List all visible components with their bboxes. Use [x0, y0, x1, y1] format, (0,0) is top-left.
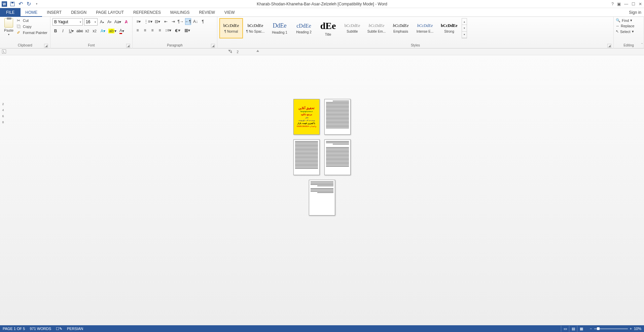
copy-button[interactable]: Copy: [17, 24, 47, 29]
page-count[interactable]: PAGE 1 OF 5: [3, 327, 25, 331]
tab-file[interactable]: FILE: [0, 8, 21, 17]
style-strong[interactable]: bCcDdEeStrong: [437, 18, 461, 38]
replace-button[interactable]: Replace: [616, 24, 642, 28]
tab-page-layout[interactable]: PAGE LAYOUT: [91, 8, 129, 17]
page-4[interactable]: [324, 139, 351, 175]
left-tab-marker[interactable]: L: [2, 49, 6, 54]
align-right-button[interactable]: ≡: [149, 27, 155, 34]
style-heading1[interactable]: DdEeHeading 1: [268, 18, 291, 38]
web-layout-button[interactable]: ▦: [577, 326, 585, 332]
sort-button[interactable]: A↓: [192, 18, 199, 25]
style-subtitle[interactable]: bCcDdEeSubtitle: [341, 18, 364, 38]
font-size-combo[interactable]: 16▾: [84, 18, 98, 26]
highlight-button[interactable]: ab▾: [108, 28, 116, 34]
page-2[interactable]: [324, 99, 351, 135]
justify-button[interactable]: ≡: [157, 27, 163, 34]
style-normal[interactable]: bCcDdEe¶ Normal: [219, 18, 243, 38]
clear-formatting-button[interactable]: A̷: [123, 19, 129, 25]
shrink-font-button[interactable]: A▾: [106, 19, 112, 25]
save-icon[interactable]: [9, 1, 15, 7]
numbering-button[interactable]: ⋮≡▾: [144, 18, 152, 25]
font-dialog-launcher[interactable]: ◢: [126, 44, 130, 48]
tab-view[interactable]: VIEW: [220, 8, 240, 17]
tab-references[interactable]: REFERENCES: [129, 8, 166, 17]
zoom-in-button[interactable]: +: [630, 327, 632, 331]
superscript-button[interactable]: x2: [92, 28, 98, 34]
style-intense-emphasis[interactable]: bCcDdEeIntense E...: [413, 18, 437, 38]
borders-button[interactable]: ▦▾: [183, 27, 191, 34]
print-layout-button[interactable]: ▤: [569, 326, 577, 332]
decrease-indent-button[interactable]: ⇤: [163, 18, 169, 25]
style-no-spacing[interactable]: bCcDdEe¶ No Spac...: [244, 18, 267, 38]
underline-button[interactable]: U▾: [67, 28, 75, 34]
word-count[interactable]: 971 WORDS: [30, 327, 51, 331]
tab-insert[interactable]: INSERT: [42, 8, 66, 17]
vertical-ruler[interactable]: 2 4 6 8: [1, 102, 5, 129]
font-color-button[interactable]: A▾: [118, 28, 126, 34]
collapse-ribbon-icon[interactable]: ˇ: [641, 43, 643, 47]
font-name-value: B Yagut: [54, 20, 68, 24]
style-emphasis[interactable]: bCcDdEeEmphasis: [389, 18, 413, 38]
clipboard-dialog-launcher[interactable]: ◢: [44, 44, 48, 48]
increase-indent-button[interactable]: ⇥: [170, 18, 176, 25]
show-hide-button[interactable]: ¶: [200, 18, 206, 25]
word-app-icon: W: [1, 1, 7, 7]
horizontal-ruler[interactable]: 4 2: [230, 49, 257, 55]
zoom-level[interactable]: 10%: [634, 327, 641, 331]
tab-design[interactable]: DESIGN: [66, 8, 91, 17]
paragraph-dialog-launcher[interactable]: ◢: [211, 44, 215, 48]
restore-icon[interactable]: ☐: [632, 2, 635, 6]
ribbon-tabs: FILE HOME INSERT DESIGN PAGE LAYOUT REFE…: [0, 8, 644, 17]
bullets-button[interactable]: ≡▾: [135, 18, 143, 25]
subscript-button[interactable]: x2: [84, 28, 90, 34]
text-effects-button[interactable]: A▾: [99, 28, 107, 34]
scroll-down-icon[interactable]: ▾: [462, 25, 467, 31]
cover-line: Tahghighonline.ir: [300, 110, 313, 112]
sign-in-link[interactable]: Sign in: [629, 10, 641, 15]
italic-button[interactable]: I: [60, 28, 66, 34]
language-status[interactable]: PERSIAN: [67, 327, 83, 331]
paste-button[interactable]: Paste ▾: [2, 18, 15, 43]
grow-font-button[interactable]: A▴: [99, 19, 105, 25]
line-spacing-button[interactable]: ↕≡▾: [164, 27, 172, 34]
qat-dropdown-icon[interactable]: ▾: [34, 1, 40, 7]
select-button[interactable]: Select ▾: [616, 29, 642, 34]
zoom-out-button[interactable]: −: [590, 327, 592, 331]
close-icon[interactable]: ✕: [639, 2, 642, 6]
page-1-cover[interactable]: تحقیق آنلاین Tahghighonline.ir مرجع دانل…: [293, 99, 320, 135]
find-button[interactable]: Find ▾: [616, 18, 642, 23]
font-name-combo[interactable]: B Yagut▾: [52, 18, 83, 26]
style-heading2[interactable]: cDdEeHeading 2: [292, 18, 316, 38]
rtl-direction-button[interactable]: ←¶: [185, 18, 191, 25]
proofing-icon[interactable]: ☐✎: [56, 327, 62, 331]
styles-dialog-launcher[interactable]: ◢: [607, 44, 611, 48]
page-3[interactable]: [293, 139, 320, 175]
strikethrough-button[interactable]: abc: [77, 28, 83, 34]
help-icon[interactable]: ?: [611, 2, 614, 6]
style-subtle-emphasis[interactable]: bCcDdEeSubtle Em...: [365, 18, 388, 38]
align-center-button[interactable]: ≡: [142, 27, 148, 34]
style-title[interactable]: dEeTitle: [316, 18, 340, 38]
redo-icon[interactable]: ↻: [26, 1, 32, 7]
page-5[interactable]: [309, 180, 335, 215]
tab-mailings[interactable]: MAILINGS: [166, 8, 194, 17]
tab-home[interactable]: HOME: [21, 8, 42, 17]
scroll-up-icon[interactable]: ▴: [462, 19, 467, 25]
undo-icon[interactable]: ↶: [17, 1, 24, 7]
align-left-button[interactable]: ≡: [135, 27, 141, 34]
document-area[interactable]: 2 4 6 8 تحقیق آنلاین Tahghighonline.ir م…: [0, 55, 644, 325]
read-mode-button[interactable]: ▭: [561, 326, 569, 332]
styles-more-icon[interactable]: ▾: [462, 32, 467, 38]
shading-button[interactable]: ◐▾: [174, 27, 182, 34]
multilevel-button[interactable]: ⊟▾: [153, 18, 162, 25]
minimize-icon[interactable]: —: [624, 2, 628, 6]
zoom-slider[interactable]: [594, 328, 628, 329]
bold-button[interactable]: B: [52, 28, 59, 34]
format-painter-button[interactable]: Format Painter: [17, 30, 47, 35]
change-case-button[interactable]: Aa▾: [114, 19, 122, 25]
cut-button[interactable]: Cut: [17, 18, 47, 23]
styles-scroll[interactable]: ▴▾▾: [462, 18, 467, 38]
tab-review[interactable]: REVIEW: [194, 8, 219, 17]
ltr-direction-button[interactable]: ¶→: [178, 18, 184, 25]
ribbon-display-icon[interactable]: ▣: [617, 2, 621, 6]
